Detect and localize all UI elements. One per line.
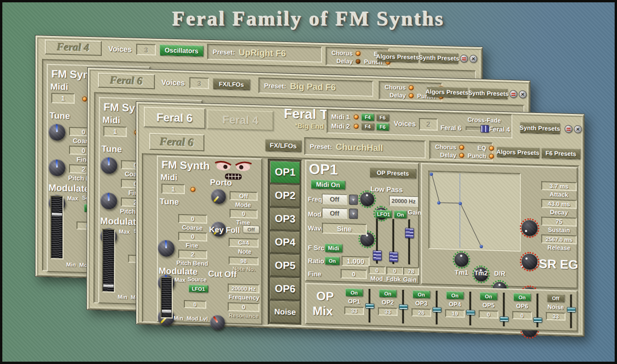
coarse-knob[interactable] (49, 124, 65, 141)
oscillators-button[interactable]: Oscillators (160, 44, 203, 56)
fine-knob[interactable] (100, 192, 117, 210)
midi-channel-value[interactable]: 1 (161, 184, 185, 194)
mix-on-button[interactable]: On (413, 290, 430, 299)
chorus-led[interactable] (356, 51, 361, 56)
mix-on-button[interactable]: On (480, 292, 498, 301)
mix-slider-handle[interactable] (365, 303, 374, 309)
envelope-point[interactable] (430, 173, 433, 176)
lfo1-button[interactable]: LFO1 (375, 210, 392, 218)
porto-mode-knob[interactable] (211, 189, 226, 204)
close-button[interactable]: ✕ (519, 90, 526, 98)
mix-slider-track[interactable] (470, 292, 472, 325)
minimize-button[interactable] (460, 55, 468, 63)
f-src-midi-button[interactable]: Midi (325, 243, 343, 252)
coarse-knob[interactable] (100, 157, 117, 174)
mix-off-button[interactable]: Off (547, 294, 565, 302)
modulate-slider-handle[interactable] (162, 309, 171, 313)
decay-knob[interactable] (522, 253, 538, 270)
synth-presets-button[interactable]: Synth Presets (520, 122, 560, 134)
close-button[interactable]: ✕ (574, 125, 582, 133)
mod-mode-dropdown[interactable]: Off (322, 208, 347, 219)
mix-on-button[interactable]: On (513, 293, 531, 301)
mix-slider-handle[interactable] (533, 317, 542, 323)
algors-presets-button[interactable]: Algors Presets (377, 51, 418, 63)
freq-mode-dropdown[interactable]: Off (322, 194, 347, 205)
attack-knob[interactable] (522, 220, 538, 236)
mix-slider-handle[interactable] (399, 304, 408, 310)
algors-presets-button[interactable]: Algors Presets (497, 147, 540, 159)
eq-led[interactable] (489, 146, 494, 151)
gain-slider-handle[interactable] (405, 228, 414, 238)
preset-bar[interactable]: Preset: ChurchHall (304, 137, 426, 158)
preset-bar[interactable]: Preset: Big Pad F6 (259, 77, 373, 97)
algors-presets-button[interactable]: Algors Presets (427, 86, 468, 98)
mix-on-button[interactable]: On (345, 288, 363, 297)
op-tab-op3[interactable]: OP3 (270, 208, 300, 231)
tm1-knob[interactable] (455, 252, 469, 267)
mix-on-button[interactable]: On (446, 291, 464, 300)
coarse-knob[interactable] (158, 239, 175, 257)
mod-dropdown-arrow[interactable]: ▼ (349, 209, 358, 219)
midi1-f6-button[interactable]: F6 (376, 113, 389, 121)
modulate-slider-handle[interactable] (52, 212, 62, 216)
midi1-f4-button[interactable]: F4 (361, 113, 374, 121)
voices-value[interactable]: 2 (419, 118, 438, 131)
freq-knob[interactable] (360, 192, 374, 207)
lfo1-source-button[interactable]: LFO1 (189, 284, 208, 293)
envelope-display[interactable] (428, 171, 521, 252)
freq-dropdown-arrow[interactable]: ▼ (349, 195, 358, 205)
minimize-button[interactable] (565, 125, 573, 133)
modulate-slider-handle[interactable] (103, 284, 113, 287)
mix-on-button[interactable]: On (379, 289, 397, 298)
delay-led[interactable] (459, 153, 464, 158)
op-tab-op1[interactable]: OP1 (270, 161, 300, 184)
tab-feral4[interactable]: Feral 4 (207, 109, 273, 131)
mix-slider-handle[interactable] (500, 316, 509, 322)
voices-value[interactable]: 3 (189, 77, 209, 89)
tab-feral6[interactable]: Feral 6 (144, 106, 205, 129)
ratio-value[interactable]: 1.000 (342, 256, 370, 266)
delay-led[interactable] (356, 59, 361, 64)
voices-value[interactable]: 3 (136, 44, 156, 56)
op-presets-button[interactable]: OP Presets (370, 167, 416, 179)
mix-slider-handle[interactable] (567, 307, 576, 313)
mix-slider-handle[interactable] (466, 310, 475, 315)
modulate-slider[interactable] (161, 277, 173, 319)
fx-lfos-button[interactable]: FX/LFOs (265, 139, 301, 152)
midi-channel-value[interactable]: 1 (103, 126, 126, 137)
op-tab-op5[interactable]: OP5 (270, 254, 300, 277)
op-tab-noise[interactable]: Noise (270, 301, 300, 323)
op-tab-op6[interactable]: OP6 (270, 277, 300, 300)
delay-led[interactable] (409, 93, 414, 98)
synth-presets-button[interactable]: Synth Presets (469, 87, 507, 99)
key-foll-state-button[interactable]: Off (243, 225, 259, 233)
minimize-button[interactable] (509, 90, 517, 98)
op-tab-op4[interactable]: OP4 (270, 231, 300, 254)
lfo-on-button[interactable]: On (394, 210, 407, 219)
fx-lfos-button[interactable]: FX/LFOs (213, 78, 250, 90)
synth-presets-button[interactable]: Synth Presets (420, 52, 458, 64)
mix-slider-handle[interactable] (433, 307, 442, 313)
fdbk-slider-handle[interactable] (389, 252, 398, 262)
key-foll-knob[interactable] (210, 315, 225, 330)
wave-value[interactable]: Sine (322, 223, 367, 235)
close-button[interactable]: ✕ (470, 55, 477, 63)
ratio-on-button[interactable]: On (325, 256, 340, 265)
chorus-led[interactable] (409, 85, 414, 90)
chorus-led[interactable] (459, 145, 464, 150)
punch-led[interactable] (489, 154, 494, 159)
op-tab-op2[interactable]: OP2 (270, 184, 300, 207)
fine-value[interactable]: 0 (341, 269, 367, 279)
envelope-point[interactable] (459, 202, 462, 205)
mod-slider-handle[interactable] (373, 250, 382, 261)
preset-bar[interactable]: Preset: UpRight F6 (207, 44, 322, 63)
fine-knob[interactable] (49, 159, 65, 176)
midi-on-button[interactable]: Midi On (311, 180, 345, 190)
modulate-slider[interactable] (50, 196, 63, 259)
midi2-f6-button[interactable]: F6 (376, 123, 389, 131)
f6-presets-button[interactable]: F6 Presets (541, 147, 581, 159)
midi-channel-value[interactable]: 1 (51, 93, 75, 104)
crossfade-handle[interactable] (481, 125, 489, 133)
envelope-point[interactable] (437, 201, 441, 204)
midi2-f4-button[interactable]: F4 (361, 122, 374, 130)
